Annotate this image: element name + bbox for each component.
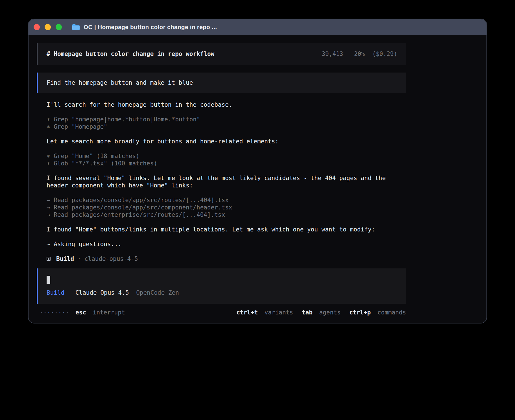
terminal-window: OC | Homepage button color change in rep… — [28, 19, 487, 323]
working-spinner-dots: ········ — [40, 309, 69, 316]
user-message: Find the homepage button and make it blu… — [37, 73, 406, 93]
tab-key-hint: tab — [302, 309, 313, 316]
assistant-text-block: I'll search for the homepage button in t… — [47, 101, 406, 108]
shortcut-hints: ctrl+t variants tab agents ctrl+p comman… — [236, 309, 406, 316]
close-button[interactable] — [34, 24, 40, 30]
transcript: I'll search for the homepage button in t… — [37, 101, 406, 248]
tool-call-block: ∗ Grep "Home" (18 matches)∗ Glob "**/*.t… — [47, 152, 406, 167]
commands-hint: ctrl+p commands — [349, 309, 406, 316]
user-message-text: Find the homepage button and make it blu… — [47, 79, 193, 86]
variants-hint: ctrl+t variants — [236, 309, 293, 316]
session-header: # Homepage button color change in repo w… — [37, 43, 406, 65]
esc-key-hint: esc — [75, 309, 86, 316]
model-selector-line: Build Claude Opus 4.5 OpenCode Zen — [47, 289, 397, 296]
agent-name: Build — [56, 255, 74, 262]
folder-icon — [72, 24, 80, 30]
assistant-text-block: ~ Asking questions... — [47, 240, 406, 248]
assistant-text-block: Let me search more broadly for buttons a… — [47, 138, 406, 145]
session-metrics: 39,413 20% ($0.29) — [322, 50, 397, 58]
minimize-button[interactable] — [45, 24, 51, 30]
assistant-text-block: I found "Home" buttons/links in multiple… — [47, 226, 406, 233]
session-title: # Homepage button color change in repo w… — [47, 50, 214, 58]
prompt-input-area[interactable]: Build Claude Opus 4.5 OpenCode Zen — [37, 268, 406, 304]
tool-call-block: ∗ Grep "homepage|home.*button|Home.*butt… — [47, 116, 406, 130]
model-id: claude-opus-4-5 — [84, 255, 138, 262]
status-bar: ········ esc interrupt ctrl+t variants t… — [37, 309, 406, 316]
tool-call-line: → Read packages/console/app/src/routes/[… — [47, 196, 406, 204]
tool-call-line: → Read packages/enterprise/src/routes/[.… — [47, 211, 406, 218]
window-title: OC | Homepage button color change in rep… — [84, 24, 217, 30]
text-cursor — [47, 276, 50, 284]
terminal-content: # Homepage button color change in repo w… — [37, 43, 406, 316]
tool-call-line: ∗ Grep "homepage|home.*button|Home.*butt… — [47, 116, 406, 123]
context-percent: 20% — [354, 51, 365, 57]
tool-call-line: ∗ Glob "**/*.tsx" (100 matches) — [47, 160, 406, 167]
tool-call-line: ∗ Grep "Homepage" — [47, 123, 406, 130]
agent-status-line: Build · claude-opus-4-5 — [37, 255, 406, 262]
tool-call-line: ∗ Grep "Home" (18 matches) — [47, 152, 406, 160]
tool-call-block: → Read packages/console/app/src/routes/[… — [47, 196, 406, 218]
window-titlebar: OC | Homepage button color change in rep… — [29, 19, 486, 35]
traffic-lights — [34, 24, 67, 30]
zoom-button[interactable] — [56, 24, 62, 30]
input-model-label: Claude Opus 4.5 — [75, 289, 129, 296]
session-cost: ($0.29) — [372, 51, 397, 57]
assistant-text-block: I found several "Home" links. Let me loo… — [47, 174, 406, 189]
tool-call-line: → Read packages/console/app/src/componen… — [47, 204, 406, 211]
commands-label: commands — [377, 309, 406, 316]
agents-hint: tab agents — [302, 309, 341, 316]
agents-label: agents — [319, 309, 341, 316]
token-count: 39,413 — [322, 51, 343, 57]
interrupt-hint: esc interrupt — [75, 309, 125, 316]
input-agent-label: Build — [47, 289, 64, 296]
agent-badge-icon — [47, 257, 51, 261]
separator-dot: · — [77, 255, 81, 262]
ctrl-p-key-hint: ctrl+p — [349, 309, 371, 316]
input-provider-label: OpenCode Zen — [136, 289, 179, 296]
variants-label: variants — [265, 309, 293, 316]
interrupt-label: interrupt — [93, 309, 125, 316]
ctrl-t-key-hint: ctrl+t — [236, 309, 258, 316]
